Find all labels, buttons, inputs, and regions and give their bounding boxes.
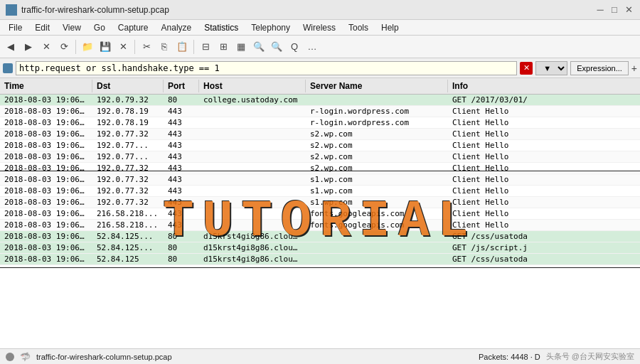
filter-clear-button[interactable]: ✕ [520, 62, 533, 75]
cell-time: 2018-08-03 19:06:20 [0, 197, 92, 208]
col-port[interactable]: Port [164, 80, 199, 92]
cell-dst: 192.0.77.32 [92, 197, 164, 208]
cell-port: 443 [164, 151, 199, 162]
toolbar-zoom-in[interactable]: 🔍 [251, 39, 267, 55]
toolbar-open[interactable]: 📁 [80, 39, 95, 55]
cell-port: 443 [164, 106, 199, 117]
cell-server: s2.wp.com [306, 163, 448, 173]
table-row[interactable]: 2018-08-03 19:06:20 52.84.125... 80 d15k… [0, 231, 640, 242]
cell-time: 2018-08-03 19:06:20 [0, 151, 92, 162]
cell-server: s1.wp.com [306, 197, 448, 208]
cell-port: 443 [164, 220, 199, 230]
cell-dst: 192.0.77.32 [92, 163, 164, 173]
menu-tools[interactable]: Tools [343, 21, 374, 34]
toolbar-zoom-out[interactable]: 🔍 [269, 39, 284, 55]
window-title: traffic-for-wireshark-column-setup.pcap [21, 5, 594, 15]
maximize-button[interactable]: □ [609, 4, 620, 16]
menu-edit[interactable]: Edit [29, 21, 55, 34]
menu-go[interactable]: Go [88, 21, 111, 34]
cell-dst: 192.0.79.32 [92, 95, 164, 105]
col-server[interactable]: Server Name [306, 80, 448, 92]
cell-time: 2018-08-03 19:06:20 [0, 208, 92, 219]
table-row[interactable]: 2018-08-03 19:06:20 192.0.78.19 443 r-lo… [0, 117, 640, 129]
filter-add-button[interactable]: + [631, 63, 637, 74]
menu-file[interactable]: File [3, 21, 28, 34]
cell-time: 2018-08-03 19:06:20 [0, 231, 92, 242]
cell-time: 2018-08-03 19:06:20 [0, 186, 92, 196]
table-row[interactable]: 2018-08-03 19:06:20 52.84.125... 80 d15k… [0, 242, 640, 254]
table-row[interactable]: 2018-08-03 19:06:20 192.0.78.19 443 r-lo… [0, 106, 640, 117]
cell-dst: 52.84.125... [92, 231, 164, 242]
table-row[interactable]: 2018-08-03 19:06:20 192.0.77.32 443 s2.w… [0, 163, 640, 174]
minimize-button[interactable]: ─ [594, 4, 606, 16]
table-row[interactable]: 2018-08-03 19:06:20 192.0.77.32 443 s1.w… [0, 197, 640, 208]
title-bar: traffic-for-wireshark-column-setup.pcap … [0, 0, 640, 20]
table-row[interactable]: 2018-08-03 19:06:20 192.0.77.32 443 s2.w… [0, 129, 640, 140]
col-host[interactable]: Host [199, 80, 306, 92]
toolbar-zoom-reset[interactable]: Q [287, 39, 302, 55]
cell-info: Client Hello [448, 106, 640, 117]
cell-host [199, 129, 306, 139]
packet-rows: 2018-08-03 19:06:20 192.0.79.32 80 colle… [0, 95, 640, 348]
table-row[interactable]: 2018-08-03 19:06:20 216.58.218... 443 fo… [0, 208, 640, 220]
cell-server: s1.wp.com [306, 174, 448, 185]
toolbar-paste[interactable]: 📋 [174, 39, 190, 55]
col-time[interactable]: Time [0, 80, 92, 92]
cell-info: Client Hello [448, 208, 640, 219]
cell-server: fonts.googleapis.com [306, 208, 448, 219]
toolbar-save[interactable]: 💾 [97, 39, 113, 55]
cell-server [306, 231, 448, 242]
cell-host [199, 106, 306, 117]
toolbar-stop[interactable]: ✕ [38, 39, 54, 55]
cell-port: 443 [164, 117, 199, 128]
filter-expression-button[interactable]: Expression... [570, 61, 629, 75]
menu-help[interactable]: Help [375, 21, 405, 34]
col-info[interactable]: Info [448, 80, 640, 92]
toolbar-back[interactable]: ◀ [3, 39, 18, 55]
cell-host: d15krst4gi8g86.clou... [199, 242, 306, 253]
cell-server: s1.wp.com [306, 186, 448, 196]
menu-statistics[interactable]: Statistics [198, 21, 244, 34]
toolbar-forward[interactable]: ▶ [21, 39, 36, 55]
toolbar-ellipsis[interactable]: … [304, 39, 320, 55]
cell-server: s2.wp.com [306, 151, 448, 162]
cell-host: college.usatoday.com [199, 95, 306, 105]
filter-bookmark-icon [3, 63, 13, 73]
table-row[interactable]: 2018-08-03 19:06:20 192.0.77... 443 s2.w… [0, 151, 640, 163]
cell-dst: 192.0.77.32 [92, 129, 164, 139]
table-row[interactable]: 2018-08-03 19:06:20 192.0.77.32 443 s1.w… [0, 186, 640, 197]
cell-dst: 216.58.218... [92, 220, 164, 230]
menu-view[interactable]: View [57, 21, 87, 34]
toolbar-close[interactable]: ✕ [115, 39, 131, 55]
table-row[interactable]: 2018-08-03 19:06:20 192.0.79.32 80 colle… [0, 95, 640, 106]
cell-server: fonts.googleapis.com [306, 220, 448, 230]
cell-info: Client Hello [448, 197, 640, 208]
cell-host: d15krst4gi8g86.clou... [199, 254, 306, 264]
table-row[interactable]: 2018-08-03 19:06:20 192.0.77... 443 s2.w… [0, 140, 640, 151]
status-shark-icon: 🦈 [20, 352, 31, 362]
filter-dropdown[interactable]: ▼ [535, 61, 567, 75]
menu-analyze[interactable]: Analyze [156, 21, 198, 34]
close-button[interactable]: ✕ [623, 4, 634, 16]
toolbar-filter2[interactable]: ⊞ [215, 39, 231, 55]
table-row[interactable]: 2018-08-03 19:06:20 216.58.218... 443 fo… [0, 220, 640, 231]
cell-port: 443 [164, 174, 199, 185]
toolbar-filter3[interactable]: ▦ [233, 39, 249, 55]
cell-info: GET /css/usatoda [448, 231, 640, 242]
toolbar-copy[interactable]: ⎘ [156, 39, 172, 55]
table-row[interactable]: 2018-08-03 19:06:20 52.84.125 80 d15krst… [0, 254, 640, 265]
col-dst[interactable]: Dst [92, 80, 164, 92]
cell-host [199, 208, 306, 219]
cell-port: 443 [164, 140, 199, 151]
packet-table-header: Time Dst Port Host Server Name Info [0, 78, 640, 95]
table-row[interactable]: 2018-08-03 19:06:20 192.0.77.32 443 s1.w… [0, 174, 640, 186]
cell-dst: 192.0.77.32 [92, 174, 164, 185]
filter-input[interactable] [16, 61, 517, 75]
toolbar-cut[interactable]: ✂ [139, 39, 154, 55]
toolbar-restart[interactable]: ⟳ [56, 39, 72, 55]
menu-wireless[interactable]: Wireless [297, 21, 341, 34]
toolbar-filter1[interactable]: ⊟ [198, 39, 213, 55]
toolbar-sep3 [193, 40, 194, 54]
menu-capture[interactable]: Capture [112, 21, 154, 34]
menu-telephony[interactable]: Telephony [245, 21, 296, 34]
